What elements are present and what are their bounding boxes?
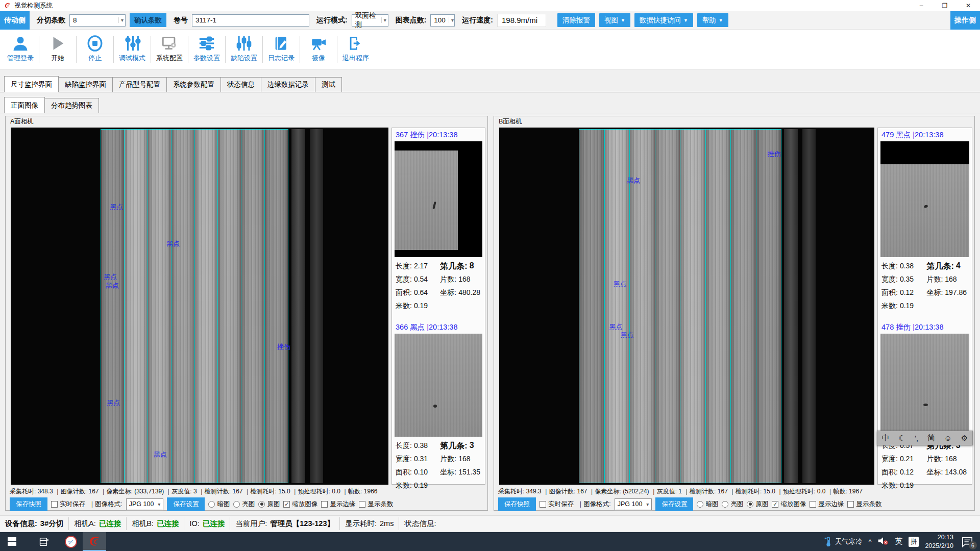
zoom-image-checkbox[interactable]: ✓ <box>772 501 778 508</box>
ime-language-toggle[interactable]: 中 <box>882 433 890 443</box>
ime-toolbar: 中 ☾ ’, 简 ☺ ⚙ <box>877 431 973 445</box>
tab-edge-data-record[interactable]: 边缘数据记录 <box>261 77 315 92</box>
stop-button[interactable]: 停止 <box>77 33 113 66</box>
device-info-value: 3#分切 <box>40 519 63 529</box>
original-image-radio[interactable] <box>258 501 265 508</box>
acquisition-info-line: 采集耗时: 348.3 ｜图像计数: 167 ｜像素坐标: (333,7139)… <box>10 487 377 496</box>
close-button[interactable]: ✕ <box>957 0 980 11</box>
faint-strips <box>291 129 323 483</box>
confirm-count-button[interactable]: 确认条数 <box>130 13 166 27</box>
stop-icon <box>86 35 104 52</box>
image-format-label: ｜图像格式: <box>89 500 122 509</box>
image-format-select[interactable]: JPG 100▾ <box>615 498 652 510</box>
log-record-button[interactable]: 日志记录 <box>263 33 300 66</box>
roll-number-input[interactable]: 3117-1 <box>192 14 309 27</box>
defect-header: 478 挫伤 |20:13:38 <box>880 321 969 334</box>
strip-count-select[interactable]: 8 ▾ <box>69 14 126 27</box>
realtime-save-checkbox[interactable]: ✓ <box>51 501 58 508</box>
bright-image-radio[interactable] <box>722 501 728 508</box>
maximize-button[interactable]: ❐ <box>933 0 957 11</box>
tab-defect-monitor[interactable]: 缺陷监控界面 <box>58 77 113 92</box>
dark-image-radio[interactable] <box>208 501 215 508</box>
ime-charset-toggle[interactable]: 简 <box>927 433 935 443</box>
camera-capture-button[interactable]: 摄像 <box>300 33 337 66</box>
drive-side-button[interactable]: 传动侧 <box>0 11 30 30</box>
view-menu-button[interactable]: 视图 ▼ <box>599 13 630 27</box>
strip <box>217 130 241 483</box>
exit-icon <box>347 35 364 52</box>
snipping-tool-button[interactable]: ✂ <box>59 532 83 551</box>
taskbar-app-button[interactable] <box>83 532 106 551</box>
start-button[interactable]: 开始 <box>39 33 76 66</box>
run-mode-select[interactable]: 双面检测 ▾ <box>352 14 388 27</box>
defect-block[interactable]: 478 挫伤 |20:13:38 长度:0.57 第几条:3 宽度:0.21 <box>880 321 969 492</box>
task-view-button[interactable] <box>32 532 55 551</box>
bright-image-radio[interactable] <box>233 501 240 508</box>
camera-a-image[interactable]: 黑点 黑点 黑点 黑点 挫伤 黑点 黑点 <box>11 128 388 485</box>
sliders-horizontal-icon <box>198 35 215 52</box>
log-pencil-icon <box>273 35 290 52</box>
show-count-checkbox[interactable]: ✓ <box>359 501 365 508</box>
exit-program-button[interactable]: 退出程序 <box>337 33 374 66</box>
original-image-radio[interactable] <box>747 501 753 508</box>
subtab-front-image[interactable]: 正面图像 <box>4 97 45 113</box>
zoom-image-checkbox[interactable]: ✓ <box>283 501 290 508</box>
weather-widget[interactable]: 天气寒冷 <box>824 537 863 547</box>
show-edges-checkbox[interactable]: ✓ <box>321 501 328 508</box>
save-settings-button[interactable]: 保存设置 <box>655 497 693 511</box>
save-snapshot-button[interactable]: 保存快照 <box>498 497 536 511</box>
chart-points-select[interactable]: 100 ▾ <box>430 14 455 27</box>
defect-block[interactable]: 367 挫伤 |20:13:38 长度:2.17 第几条:8 宽度:0.54 <box>395 129 482 313</box>
data-quick-access-menu-button[interactable]: 数据快捷访问 ▼ <box>634 13 693 27</box>
subtab-trend-chart[interactable]: 分布趋势图表 <box>44 98 99 113</box>
dark-image-radio[interactable] <box>697 501 703 508</box>
minimize-button[interactable]: – <box>910 0 933 11</box>
defect-marker-label: 黑点 <box>621 331 634 340</box>
realtime-save-checkbox[interactable]: ✓ <box>540 501 546 508</box>
defect-settings-button[interactable]: 缺陷设置 <box>226 33 262 66</box>
clear-alarm-button[interactable]: 清除报警 <box>557 13 595 27</box>
help-menu-button[interactable]: 帮助 ▼ <box>697 13 728 27</box>
defect-stats: 长度:0.38 第几条:3 宽度:0.31 片数:168 面积:0.10 坐标:… <box>395 437 482 492</box>
camera-b-image[interactable]: 挫伤 黑点 黑点 黑点 黑点 <box>499 128 874 485</box>
hidden-icons-chevron[interactable]: ^ <box>869 538 872 545</box>
taskbar: ✂ 天气寒冷 ^ 英 拼 20:13 2025/2/10 6 <box>0 532 980 551</box>
combo-arrow-icon: ▾ <box>118 17 124 23</box>
ime-settings-gear-icon[interactable]: ⚙ <box>961 434 968 443</box>
defect-marker-label: 黑点 <box>107 398 120 408</box>
tab-test[interactable]: 测试 <box>315 77 342 92</box>
save-snapshot-button[interactable]: 保存快照 <box>10 497 47 511</box>
system-config-button[interactable]: 系统配置 <box>151 33 188 66</box>
panel-a-title: A面相机 <box>9 117 35 126</box>
camera-a-status: 已连接 <box>99 519 121 529</box>
ime-fullwidth-icon[interactable]: ☾ <box>899 434 905 443</box>
defect-block[interactable]: 366 黑点 |20:13:38 长度:0.38 第几条:3 宽度:0.31 <box>395 321 482 492</box>
operator-side-button[interactable]: 操作侧 <box>950 11 980 30</box>
combo-arrow-icon: ▾ <box>158 502 160 507</box>
tab-size-monitor[interactable]: 尺寸监控界面 <box>4 76 59 92</box>
tab-product-model-config[interactable]: 产品型号配置 <box>112 77 167 92</box>
caret-down-icon: ▼ <box>719 18 723 23</box>
admin-login-button[interactable]: 管理登录 <box>2 33 39 66</box>
image-format-select[interactable]: JPG 100▾ <box>126 498 164 510</box>
tab-system-param-config[interactable]: 系统参数配置 <box>166 77 221 92</box>
main-tab-strip: 尺寸监控界面 缺陷监控界面 产品型号配置 系统参数配置 状态信息 边缘数据记录 … <box>0 76 980 92</box>
save-settings-button[interactable]: 保存设置 <box>167 497 205 511</box>
clock-widget[interactable]: 20:13 2025/2/10 <box>925 533 953 550</box>
caret-down-icon: ▼ <box>621 18 625 23</box>
volume-muted-button[interactable] <box>877 536 889 547</box>
parameter-settings-button[interactable]: 参数设置 <box>188 33 225 66</box>
defect-marker-label: 黑点 <box>104 272 117 282</box>
defect-block[interactable]: 479 黑点 |20:13:38 长度:0.38 第几条:4 宽度:0.35 <box>880 129 969 313</box>
debug-mode-button[interactable]: 调试模式 <box>114 33 151 66</box>
defect-header: 366 黑点 |20:13:38 <box>395 321 482 334</box>
taskbar-ime-mode-icon[interactable]: 拼 <box>909 537 919 547</box>
ime-emoji-icon[interactable]: ☺ <box>944 434 952 442</box>
show-edges-checkbox[interactable]: ✓ <box>810 501 816 508</box>
ime-punctuation-icon[interactable]: ’, <box>915 434 919 442</box>
start-button[interactable] <box>0 532 23 551</box>
tab-status-info[interactable]: 状态信息 <box>220 77 261 92</box>
taskbar-ime-language[interactable]: 英 <box>895 537 902 546</box>
notification-center-button[interactable]: 6 <box>960 535 975 548</box>
show-count-checkbox[interactable]: ✓ <box>847 501 854 508</box>
